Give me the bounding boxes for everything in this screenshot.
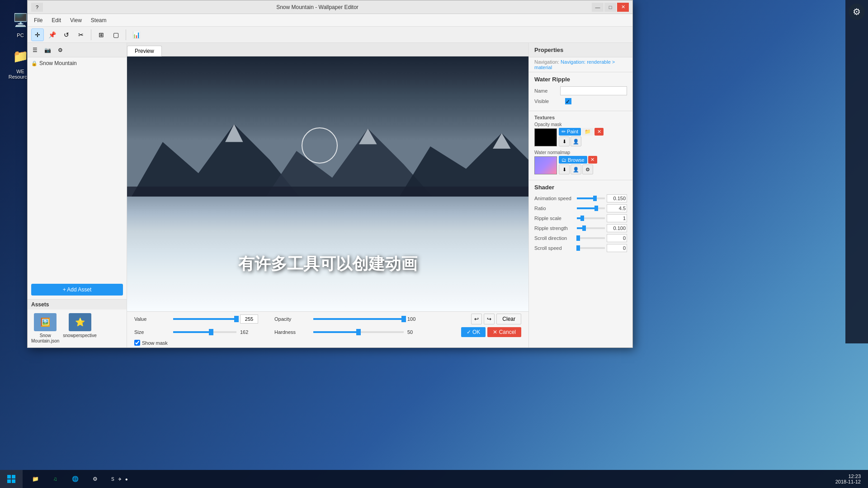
- cancel-button[interactable]: ✕ Cancel: [487, 327, 521, 337]
- ripple-strength-slider[interactable]: [577, 227, 605, 229]
- shader-param-animation-speed: Animation speed: [534, 194, 627, 202]
- menu-edit[interactable]: Edit: [47, 15, 66, 25]
- sidebar-settings-btn[interactable]: ⚙: [55, 45, 66, 56]
- scroll-direction-value[interactable]: [607, 234, 627, 242]
- hardness-slider-container: 50: [313, 329, 425, 335]
- close-button[interactable]: ✕: [617, 3, 629, 12]
- normalmap-btn1[interactable]: ⬇: [559, 164, 570, 174]
- taskbar-file-explorer[interactable]: 📁: [26, 470, 44, 488]
- frame-button[interactable]: ▢: [109, 28, 122, 41]
- tree-item-snow-mountain[interactable]: 🔒 Snow Mountain: [29, 59, 125, 67]
- asset-label-snowperspective: snowperspective: [63, 333, 96, 338]
- animation-speed-slider[interactable]: [577, 197, 605, 199]
- water-normalmap-texture: Water normalmap 🗂 Browse ✕ ⬇ 👤: [534, 150, 627, 174]
- tray-skype[interactable]: S: [111, 477, 114, 482]
- size-slider-container: 162: [173, 329, 258, 335]
- scissors-button[interactable]: ✂: [75, 28, 87, 41]
- normalmap-btn3[interactable]: ⚙: [582, 164, 593, 174]
- menu-steam[interactable]: Steam: [86, 15, 111, 25]
- undo-button[interactable]: ↩: [471, 314, 482, 324]
- asset-label-snow-mountain: SnowMountain.json: [31, 333, 59, 344]
- opacity-mask-btn2[interactable]: 👤: [571, 136, 581, 146]
- value-input[interactable]: [240, 314, 258, 324]
- animation-speed-value[interactable]: [607, 194, 627, 202]
- right-panel: Properties Navigation: Navigation: rende…: [528, 43, 632, 347]
- visible-checkbox[interactable]: ✓: [565, 98, 571, 104]
- normalmap-btn2[interactable]: 👤: [571, 164, 581, 174]
- system-tray: S ✈ ●: [108, 477, 132, 482]
- name-input[interactable]: [560, 86, 627, 95]
- brush-cursor: [302, 127, 338, 164]
- clear-button[interactable]: Clear: [496, 314, 521, 324]
- redo-button[interactable]: ↪: [484, 314, 495, 324]
- title-bar: ? Snow Mountain - Wallpaper Editor — □ ✕: [28, 0, 632, 14]
- opacity-mask-btn-row: ✏ Paint 📁 ✕: [559, 128, 627, 136]
- minimize-button[interactable]: —: [592, 3, 604, 12]
- opacity-mask-sub-btns: ⬇ 👤: [559, 136, 627, 146]
- asset-item-snow-mountain[interactable]: 🖼️ SnowMountain.json: [31, 313, 59, 344]
- paint-button[interactable]: ✏ Paint: [559, 128, 581, 136]
- animation-speed-thumb[interactable]: [593, 196, 597, 201]
- ratio-value[interactable]: [607, 204, 627, 212]
- ripple-strength-thumb[interactable]: [582, 225, 586, 231]
- grid-button[interactable]: ⊞: [95, 28, 108, 41]
- chart-button[interactable]: 📊: [130, 28, 142, 41]
- preview-tab[interactable]: Preview: [127, 46, 162, 56]
- ok-cancel-area: ✓ OK ✕ Cancel: [461, 327, 521, 337]
- ripple-scale-slider[interactable]: [577, 217, 605, 219]
- tray-telegram[interactable]: ✈: [118, 477, 122, 482]
- menu-bar: File Edit View Steam: [28, 14, 632, 27]
- taskbar-chrome[interactable]: 🌐: [66, 470, 84, 488]
- sidebar-toolbar: ☰ 📷 ⚙: [28, 43, 127, 57]
- opacity-label: Opacity: [274, 316, 306, 322]
- pin-tool-button[interactable]: 📌: [46, 28, 58, 41]
- add-asset-button[interactable]: + Add Asset: [31, 284, 123, 296]
- delete-normalmap-button[interactable]: ✕: [588, 156, 597, 164]
- opacity-mask-btn1[interactable]: ⬇: [559, 136, 570, 146]
- tray-chrome-notification[interactable]: ●: [125, 477, 128, 482]
- value-slider[interactable]: [173, 318, 236, 320]
- ripple-strength-value[interactable]: [607, 224, 627, 232]
- asset-item-snowperspective[interactable]: ⭐ snowperspective: [63, 313, 96, 344]
- size-slider[interactable]: [173, 331, 236, 333]
- hardness-slider[interactable]: [313, 331, 404, 333]
- ripple-scale-value[interactable]: [607, 214, 627, 222]
- scroll-direction-thumb[interactable]: [576, 235, 580, 241]
- ripple-scale-label: Ripple scale: [534, 216, 575, 221]
- ripple-scale-thumb[interactable]: [580, 216, 584, 221]
- desktop: 🖥️ PC 📁 WE Resources Ai Ae Ps ❖ ⚙ ? Snow…: [0, 0, 868, 488]
- refresh-button[interactable]: ↺: [60, 28, 73, 41]
- scroll-speed-slider[interactable]: [577, 247, 605, 249]
- move-tool-button[interactable]: ✛: [31, 28, 44, 41]
- toolbar-separator: [91, 29, 91, 40]
- help-button[interactable]: ?: [31, 3, 43, 12]
- scroll-direction-slider[interactable]: [577, 237, 605, 239]
- preview-area[interactable]: 有许多工具可以创建动画: [127, 56, 528, 311]
- steam-icon[interactable]: ⚙: [849, 4, 865, 20]
- ok-button[interactable]: ✓ OK: [461, 327, 486, 337]
- menu-view[interactable]: View: [66, 15, 86, 25]
- scroll-speed-value[interactable]: [607, 244, 627, 252]
- opacity-slider[interactable]: [313, 318, 404, 320]
- animation-speed-fill: [577, 197, 595, 199]
- delete-opacity-button[interactable]: ✕: [594, 128, 604, 136]
- maximize-button[interactable]: □: [604, 3, 616, 12]
- section-title: Water Ripple: [534, 76, 627, 83]
- sidebar-camera-btn[interactable]: 📷: [42, 45, 53, 56]
- sidebar-list-btn[interactable]: ☰: [29, 45, 40, 56]
- size-label: Size: [134, 329, 166, 335]
- ratio-thumb[interactable]: [594, 206, 598, 211]
- taskbar-settings[interactable]: ⚙: [86, 470, 104, 488]
- nav-link[interactable]: Navigation: renderable > material: [534, 59, 615, 70]
- start-button[interactable]: [0, 470, 23, 488]
- ratio-slider[interactable]: [577, 207, 605, 209]
- scroll-speed-thumb[interactable]: [576, 245, 580, 251]
- browse-normalmap-button[interactable]: 🗂 Browse: [559, 156, 587, 164]
- pc-label: PC: [17, 33, 24, 38]
- value-slider-container: [173, 314, 258, 324]
- browse-opacity-button[interactable]: 📁: [582, 128, 594, 136]
- menu-file[interactable]: File: [29, 15, 47, 25]
- taskbar-spotify[interactable]: ♫: [46, 470, 64, 488]
- preview-tab-bar: Preview: [127, 43, 528, 56]
- show-mask-checkbox[interactable]: [134, 340, 140, 346]
